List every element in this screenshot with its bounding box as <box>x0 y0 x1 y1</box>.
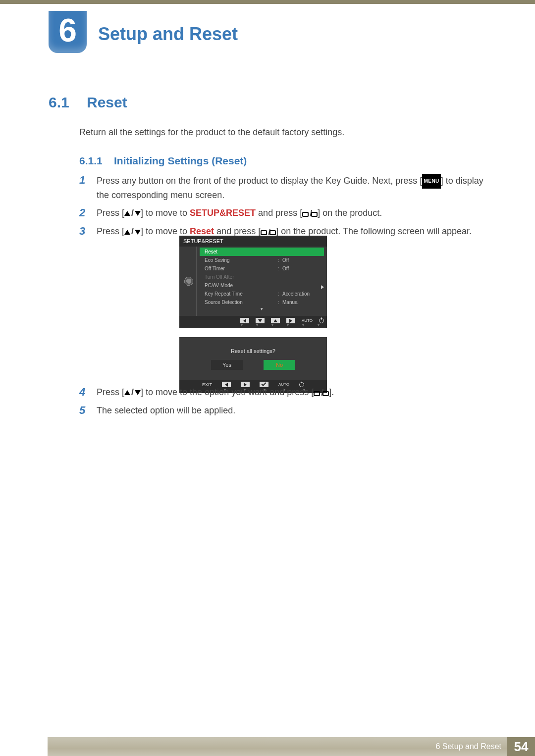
osd-row-value: Manual <box>282 300 323 305</box>
osd-row-reset: Reset <box>200 248 324 256</box>
osd-row-value: Acceleration <box>282 291 323 297</box>
text: ] on the product. The following screen w… <box>276 226 472 236</box>
step-body: Press any button on the front of the pro… <box>97 174 490 202</box>
osd-row-key-repeat-time: Key Repeat Time:Acceleration <box>197 290 327 298</box>
step-body: The selected option will be applied. <box>97 404 490 417</box>
text: Press [ <box>97 387 124 397</box>
text: Press [ <box>97 226 124 236</box>
step-2: 2 Press [/] to move to SETUP&RESET and p… <box>79 206 490 220</box>
osd-title: SETUP&RESET <box>179 236 327 247</box>
osd-row-source-detection: Source Detection:Manual <box>197 298 327 306</box>
section-title: Reset <box>87 94 127 111</box>
osd-row-value: Off <box>282 266 323 271</box>
step-number: 1 <box>79 174 97 202</box>
section-number: 6.1 <box>49 94 69 111</box>
osd-gear-column <box>179 247 196 316</box>
triangle-down-icon <box>135 230 141 235</box>
osd-row-pc-av-mode: PC/AV Mode <box>197 281 327 290</box>
chevron-right-icon <box>321 285 324 289</box>
auto-label: AUTO <box>302 318 313 323</box>
triangle-up-icon <box>124 211 130 216</box>
osd-row-label: Off Timer <box>205 266 278 271</box>
osd-prompt-text: Reset all settings? <box>179 337 327 360</box>
menu-key-icon: MENU <box>422 174 440 189</box>
triangle-up-icon <box>124 230 130 235</box>
text: ] on the product. <box>318 208 382 218</box>
source-enter-icon: / <box>314 386 329 399</box>
reset-label: Reset <box>190 226 214 236</box>
step-1: 1 Press any button on the front of the p… <box>79 174 490 202</box>
subsection-number: 6.1.1 <box>79 155 103 167</box>
osd-footer-buttons: AUTO ▾▾▾▾▾▾ <box>179 316 327 328</box>
text: and press [ <box>256 208 302 218</box>
osd-row-label: Source Detection <box>205 300 278 305</box>
step-number: 5 <box>79 404 97 417</box>
step-body: Press [/] to move to the option you want… <box>97 386 490 399</box>
step-number: 2 <box>79 206 97 220</box>
chapter-number-badge: 6 <box>49 11 87 53</box>
osd-reset-confirm: Reset all settings? Yes No EXIT AUTO ▾▾▾… <box>179 337 327 393</box>
osd-no-button: No <box>264 360 295 370</box>
osd-row-label: PC/AV Mode <box>205 283 323 288</box>
step-number: 4 <box>79 386 97 399</box>
slash: / <box>130 225 135 238</box>
osd-row-value: Off <box>282 257 323 263</box>
osd-scroll-indicator: ▾ <box>197 306 327 313</box>
osd-row-off-timer: Off Timer:Off <box>197 264 327 273</box>
osd-row-label: Turn Off After <box>205 274 323 280</box>
step-5: 5 The selected option will be applied. <box>79 404 490 417</box>
osd-screenshots: SETUP&RESET Reset Eco Saving:Off Off Tim… <box>179 236 327 402</box>
gear-icon <box>184 276 194 286</box>
slash: / <box>130 386 135 399</box>
page-footer: 6 Setup and Reset 54 <box>48 737 535 756</box>
section-intro-text: Return all the settings for the product … <box>79 127 344 138</box>
text: ]. <box>329 387 334 397</box>
steps-list: 1 Press any button on the front of the p… <box>79 174 490 244</box>
triangle-up-icon <box>124 390 130 395</box>
slash: / <box>130 206 135 219</box>
step-body: Press [/] to move to SETUP&RESET and pre… <box>97 206 490 220</box>
osd-row-turn-off-after: Turn Off After <box>197 273 327 281</box>
osd-confirm-buttons: Yes No <box>179 360 327 380</box>
page-number: 54 <box>507 737 535 756</box>
osd-row-label: Reset <box>205 249 320 254</box>
text: Press any button on the front of the pro… <box>97 176 422 186</box>
text: Press [ <box>97 208 124 218</box>
text: ] to move to <box>141 226 190 236</box>
step-4: 4 Press [/] to move to the option you wa… <box>79 386 490 399</box>
step-number: 3 <box>79 225 97 238</box>
osd-yes-button: Yes <box>211 360 243 370</box>
source-enter-icon: / <box>302 207 318 220</box>
osd-row-eco-saving: Eco Saving:Off <box>197 256 327 264</box>
footer-text: 6 Setup and Reset <box>435 742 501 751</box>
top-accent-bar <box>0 0 535 4</box>
osd-row-label: Key Repeat Time <box>205 291 278 297</box>
osd-setup-reset-menu: SETUP&RESET Reset Eco Saving:Off Off Tim… <box>179 236 327 328</box>
osd-menu-list: Reset Eco Saving:Off Off Timer:Off Turn … <box>196 247 327 316</box>
text: ] to move to the option you want and pre… <box>141 387 314 397</box>
setup-reset-label: SETUP&RESET <box>190 208 256 218</box>
triangle-down-icon <box>135 211 141 216</box>
osd-row-label: Eco Saving <box>205 257 278 263</box>
steps-list-continued: 4 Press [/] to move to the option you wa… <box>79 386 490 422</box>
text: ] to move to <box>141 208 190 218</box>
subsection-title: Initializing Settings (Reset) <box>114 155 247 167</box>
text: and press [ <box>214 226 261 236</box>
triangle-down-icon <box>135 390 141 395</box>
chapter-title: Setup and Reset <box>98 24 238 45</box>
power-icon <box>319 318 324 323</box>
